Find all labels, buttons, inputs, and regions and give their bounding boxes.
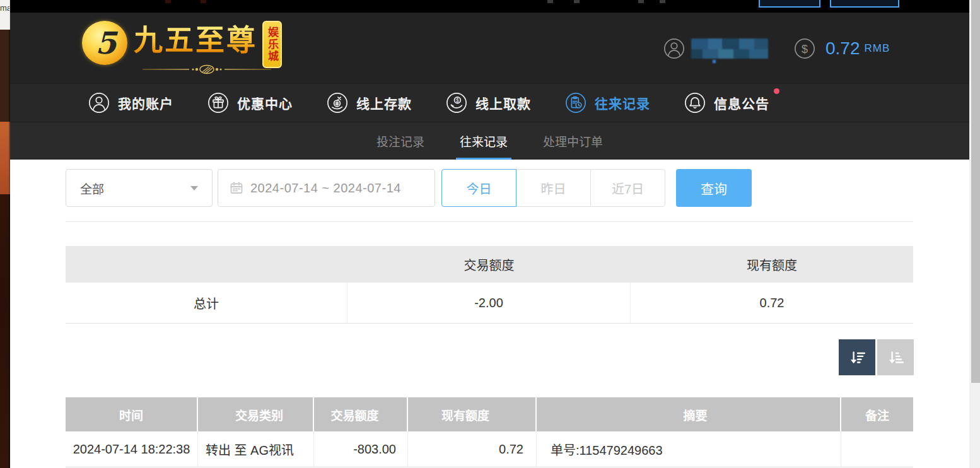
nav-item-deposit[interactable]: 线上存款: [327, 92, 412, 114]
svg-text:$: $: [802, 43, 808, 56]
cell-note: [841, 431, 913, 467]
chevron-down-icon: [190, 186, 198, 190]
records-icon: [565, 92, 586, 114]
nav-item-announcements[interactable]: 信息公告: [684, 92, 769, 114]
user-account-area[interactable]: [663, 38, 768, 59]
top-bar: [10, 0, 969, 13]
nav-label: 线上取款: [475, 93, 531, 112]
transaction-records-page: { "chrome": { "corner_text": "ma" }, "he…: [0, 0, 980, 468]
calendar-icon: [230, 181, 243, 195]
avatar-icon: [663, 38, 685, 59]
col-header-time: 时间: [66, 397, 198, 431]
nav-label: 往来记录: [595, 93, 650, 112]
col-header-amount: 交易额度: [314, 397, 408, 431]
subtab-label: 投注记录: [376, 132, 424, 149]
background-window-text: ma: [0, 0, 10, 30]
top-bar-button-left[interactable]: [759, 0, 820, 8]
quick-range-yesterday[interactable]: 昨日: [516, 169, 591, 207]
summary-total-transaction-amount: -2.00: [347, 283, 631, 323]
notification-dot: [774, 88, 779, 94]
col-header-note: 备注: [841, 397, 913, 431]
top-bar-button-right[interactable]: [830, 0, 899, 8]
cell-time: 2024-07-14 18:22:38: [66, 431, 198, 467]
svg-text:$: $: [456, 97, 459, 103]
balance-currency: RMB: [865, 42, 890, 55]
cell-summary: 单号:115479249663: [537, 431, 841, 467]
nav-label: 信息公告: [714, 93, 769, 112]
records-table: 时间 交易类别 交易额度 现有额度 摘要 备注 2024-07-14 18:22…: [66, 397, 913, 467]
records-header-row: 时间 交易类别 交易额度 现有额度 摘要 备注: [66, 397, 913, 431]
table-row: 2024-07-14 18:22:38 转出 至 AG视讯 -803.00 0.…: [66, 431, 913, 467]
top-bar-fragment: [638, 0, 644, 3]
site-header: 5 九五至尊 娱乐城 $: [10, 13, 969, 84]
balance-area[interactable]: $ 0.72 RMB: [794, 38, 890, 59]
nav-label: 我的账户: [118, 93, 173, 112]
top-bar-fragment: [574, 0, 580, 3]
top-bar-fragment: [201, 0, 206, 3]
user-icon: [88, 92, 110, 114]
subtab-label: 处理中订单: [543, 132, 603, 149]
scrollbar-thumb[interactable]: [971, 0, 980, 383]
sort-button-group: [839, 339, 914, 375]
summary-total-row: 总计 -2.00 0.72: [66, 283, 913, 324]
logo-flourish-ornament: [141, 64, 272, 74]
summary-header-row: 交易额度 现有额度: [66, 246, 913, 283]
search-button[interactable]: 查询: [676, 169, 752, 207]
balance-amount: 0.72: [825, 38, 860, 59]
sort-descending-button[interactable]: [839, 339, 875, 375]
bell-icon: [684, 92, 706, 114]
logo-title: 九五至尊: [134, 24, 257, 56]
quick-range-today[interactable]: 今日: [441, 169, 516, 207]
sort-asc-icon: [887, 349, 904, 366]
background-window-strip: ma: [0, 0, 10, 468]
summary-total-current-balance: 0.72: [631, 283, 913, 323]
deposit-icon: [327, 92, 348, 114]
nav-item-transaction-records[interactable]: 往来记录: [565, 92, 650, 114]
nav-label: 线上存款: [356, 93, 412, 112]
nav-item-my-account[interactable]: 我的账户: [88, 92, 173, 114]
logo-95-icon: 5: [82, 21, 127, 65]
withdraw-icon: $: [446, 92, 467, 114]
type-filter-select[interactable]: 全部: [66, 169, 213, 207]
nav-item-withdraw[interactable]: $ 线上取款: [446, 92, 531, 114]
nav-label: 优惠中心: [237, 93, 293, 112]
vertical-scrollbar[interactable]: [969, 0, 980, 468]
background-window-orange-area: [0, 122, 10, 194]
col-header-summary: 摘要: [537, 397, 841, 431]
record-subtabs: 投注记录 往来记录 处理中订单: [10, 122, 969, 160]
tab-processing-orders[interactable]: 处理中订单: [539, 122, 607, 160]
quick-range-last7days[interactable]: 近7日: [590, 169, 665, 207]
subtab-label: 往来记录: [460, 132, 508, 149]
quick-range-group: 今日 昨日 近7日: [441, 169, 665, 207]
col-header-balance: 现有额度: [408, 397, 537, 431]
nav-item-promotions[interactable]: 优惠中心: [207, 92, 293, 114]
summary-header-current-balance: 现有额度: [631, 246, 913, 283]
cell-type: 转出 至 AG视讯: [198, 431, 314, 467]
top-bar-fragment: [660, 0, 665, 3]
sort-desc-icon: [848, 349, 866, 366]
type-filter-value: 全部: [80, 180, 104, 197]
col-header-type: 交易类别: [198, 397, 314, 431]
summary-table: 交易额度 现有额度 总计 -2.00 0.72: [66, 246, 913, 324]
tab-transaction-records[interactable]: 往来记录: [456, 122, 511, 160]
background-window-dark-area: [0, 194, 10, 468]
section-divider: [66, 221, 913, 222]
summary-total-label: 总计: [66, 283, 347, 323]
gift-icon: [207, 92, 229, 114]
sort-ascending-button[interactable]: [877, 339, 914, 375]
site-logo[interactable]: 5 九五至尊 娱乐城: [82, 19, 282, 79]
tab-betting-records[interactable]: 投注记录: [373, 122, 428, 160]
date-range-value: 2024-07-14 ~ 2024-07-14: [250, 181, 401, 196]
summary-header-empty: [66, 246, 347, 283]
username-redacted: [691, 38, 768, 59]
logo-symbol: 5: [95, 28, 116, 58]
summary-header-transaction-amount: 交易额度: [347, 246, 631, 283]
logo-badge: 娱乐城: [262, 21, 282, 68]
dollar-coin-icon: $: [794, 38, 815, 59]
cell-balance: 0.72: [408, 431, 537, 467]
background-window-brown-area: [0, 30, 10, 122]
cell-amount: -803.00: [314, 431, 408, 467]
logo-badge-text: 娱乐城: [267, 26, 277, 62]
top-bar-fragment: [165, 0, 171, 3]
date-range-input[interactable]: 2024-07-14 ~ 2024-07-14: [218, 169, 435, 207]
